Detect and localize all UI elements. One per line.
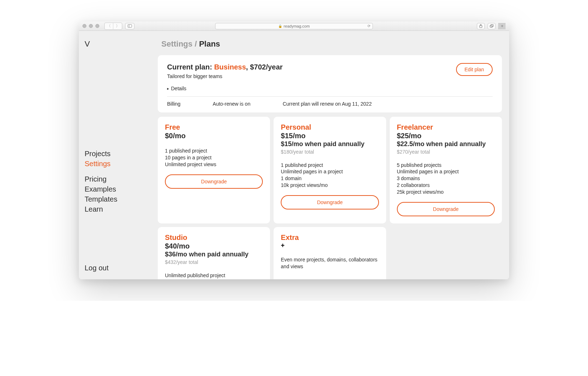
browser-window: 〈 〉 🔒 readymag.com ⟳ + V ProjectsSetting…: [79, 21, 509, 279]
minimize-dot[interactable]: [89, 24, 93, 28]
sidebar-item-pricing[interactable]: Pricing: [85, 174, 152, 184]
plan-price: $0/mo: [165, 131, 263, 140]
maximize-dot[interactable]: [95, 24, 99, 28]
plan-features: 5 published projectsUnlimited pages in a…: [397, 162, 495, 196]
plan-feature: 10 pages in a project: [165, 154, 263, 161]
forward-button[interactable]: 〉: [113, 23, 122, 29]
back-button[interactable]: 〈: [105, 23, 113, 29]
plan-total: $270/year total: [397, 149, 495, 155]
autorenew-status: Auto-renew is on: [213, 101, 250, 107]
plan-feature: Even more projects, domains, collaborato…: [281, 256, 379, 270]
plan-feature: 1 published project: [281, 162, 379, 169]
sidebar-item-projects[interactable]: Projects: [85, 149, 152, 159]
sidebar: V ProjectsSettings PricingExamplesTempla…: [79, 31, 158, 279]
current-plan-line: Current plan: Business, $702/year: [167, 63, 283, 71]
plan-price: $40/mo: [165, 242, 263, 251]
new-tab-button[interactable]: +: [498, 23, 506, 29]
plan-annual: $22.5/mo when paid annually: [397, 140, 495, 148]
plan-feature: 1 domain: [281, 175, 379, 182]
plan-price: $15/mo: [281, 131, 379, 140]
plan-total: $180/year total: [281, 149, 379, 155]
current-plan-panel: Current plan: Business, $702/year Tailor…: [158, 55, 502, 112]
plan-action-button[interactable]: Downgrade: [397, 202, 495, 216]
plan-feature: 1 published project: [165, 148, 263, 154]
plan-annual: $36/mo when paid annually: [165, 251, 263, 259]
svg-rect-0: [128, 25, 132, 28]
plan-name: Free: [165, 123, 263, 131]
billing-label: Billing: [167, 101, 180, 107]
plan-card-free: Free$0/mo1 published project10 pages in …: [158, 117, 270, 223]
plan-feature: 25k project views/mo: [397, 189, 495, 196]
renew-date: Current plan will renew on Aug 11, 2022: [283, 101, 371, 107]
edit-plan-button[interactable]: Edit plan: [456, 63, 493, 76]
svg-rect-4: [490, 25, 492, 27]
toolbar-right: +: [477, 23, 506, 29]
details-toggle[interactable]: Details: [167, 86, 493, 91]
plan-name: Studio: [165, 233, 263, 242]
plan-total: $432/year total: [165, 259, 263, 265]
plan-action-button[interactable]: Downgrade: [165, 174, 263, 189]
sidebar-item-settings[interactable]: Settings: [85, 159, 152, 169]
plan-feature: Unlimited pages in a project: [165, 279, 263, 279]
plan-feature: 10k project views/mo: [281, 182, 379, 189]
lock-icon: 🔒: [278, 24, 282, 28]
plan-card-extra: Extra+Even more projects, domains, colla…: [274, 227, 386, 279]
plans-grid: Free$0/mo1 published project10 pages in …: [158, 117, 502, 279]
plan-features: Even more projects, domains, collaborato…: [281, 256, 379, 270]
plan-name: Personal: [281, 123, 379, 131]
plan-card-personal: Personal$15/mo$15/mo when paid annually$…: [274, 117, 386, 223]
breadcrumb-current: Plans: [199, 39, 220, 48]
breadcrumb: Settings / Plans: [158, 39, 502, 49]
breadcrumb-section[interactable]: Settings: [161, 39, 193, 48]
tabs-button[interactable]: [488, 23, 495, 29]
main: Settings / Plans Current plan: Business,…: [158, 31, 509, 279]
plan-name: Freelancer: [397, 123, 495, 131]
billing-row: Billing Auto-renew is on Current plan wi…: [167, 96, 493, 107]
plan-feature: 3 domains: [397, 175, 495, 182]
share-button[interactable]: [477, 23, 485, 29]
nav-group-secondary: PricingExamplesTemplatesLearn: [85, 174, 152, 214]
sidebar-item-learn[interactable]: Learn: [85, 204, 152, 214]
refresh-icon[interactable]: ⟳: [368, 24, 370, 28]
plan-annual: $15/mo when paid annually: [281, 140, 379, 148]
plan-name: Extra: [281, 233, 379, 242]
plan-feature: Unlimited pages in a project: [281, 168, 379, 175]
plan-price: $25/mo: [397, 131, 495, 140]
plan-feature: 2 collaborators: [397, 182, 495, 189]
plan-feature: Unlimited pages in a project: [397, 168, 495, 175]
plan-features: 1 published projectUnlimited pages in a …: [281, 162, 379, 189]
close-dot[interactable]: [82, 24, 86, 28]
traffic-lights: [82, 24, 99, 28]
avatar[interactable]: V: [85, 39, 152, 49]
plan-card-freelancer: Freelancer$25/mo$22.5/mo when paid annua…: [390, 117, 502, 223]
plan-feature: 5 published projects: [397, 162, 495, 169]
current-plan-tagline: Tailored for bigger teams: [167, 73, 283, 79]
plan-feature: Unlimited published project: [165, 272, 263, 279]
plan-features: Unlimited published projectUnlimited pag…: [165, 272, 263, 279]
plan-action-button[interactable]: Downgrade: [281, 195, 379, 209]
titlebar: 〈 〉 🔒 readymag.com ⟳ +: [79, 21, 509, 31]
url-bar[interactable]: 🔒 readymag.com ⟳: [215, 23, 373, 29]
nav-group-primary: ProjectsSettings: [85, 149, 152, 169]
sidebar-toggle-button[interactable]: [125, 23, 134, 29]
logout-link[interactable]: Log out: [85, 264, 152, 272]
sidebar-item-examples[interactable]: Examples: [85, 184, 152, 194]
plan-feature: Unlimited project views: [165, 161, 263, 168]
plan-price: +: [281, 242, 379, 249]
nav-arrows: 〈 〉: [104, 23, 122, 30]
sidebar-item-templates[interactable]: Templates: [85, 194, 152, 204]
svg-rect-5: [491, 24, 493, 26]
current-plan-name: Business: [214, 63, 246, 71]
plan-card-studio: Studio$40/mo$36/mo when paid annually$43…: [158, 227, 270, 279]
url-text: readymag.com: [284, 24, 310, 28]
plan-features: 1 published project10 pages in a project…: [165, 148, 263, 168]
content: V ProjectsSettings PricingExamplesTempla…: [79, 31, 509, 279]
